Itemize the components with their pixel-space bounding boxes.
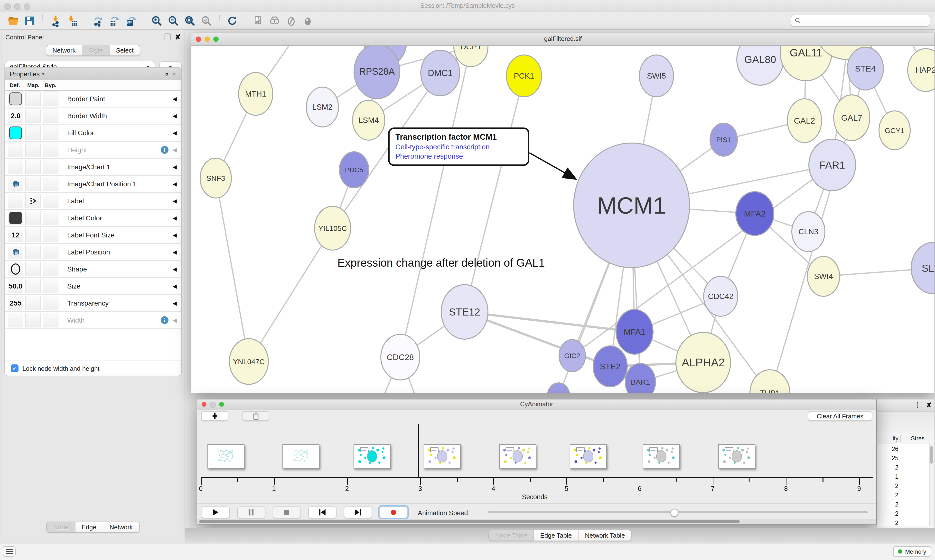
import-network-icon[interactable] (48, 13, 63, 28)
network-node-hap2[interactable]: HAP2 (908, 49, 935, 91)
open-session-icon[interactable] (6, 13, 20, 28)
expand-all-icon[interactable]: » (164, 72, 171, 75)
annotation-link[interactable]: Cell-type-specific transcription (395, 143, 522, 151)
zoom-fit-icon[interactable] (183, 13, 197, 28)
expand-row-icon[interactable]: ◀ (173, 317, 177, 323)
pause-button[interactable] (237, 506, 265, 518)
network-node-ste12[interactable]: STE12 (441, 285, 488, 339)
bypass-cell[interactable] (43, 228, 59, 242)
animation-speed-slider[interactable] (488, 511, 868, 513)
property-row-label-color[interactable]: Label Color◀ (5, 210, 181, 227)
skip-end-button[interactable] (344, 506, 372, 518)
mapping-cell[interactable] (25, 177, 41, 191)
expand-row-icon[interactable]: ◀ (173, 232, 177, 238)
zoom-selected-icon[interactable] (199, 13, 214, 28)
animation-frame-thumbnail-1[interactable] (282, 444, 319, 469)
expand-row-icon[interactable]: ◀ (173, 147, 177, 153)
network-node-purpbottom[interactable] (547, 383, 570, 393)
expand-row-icon[interactable]: ◀ (173, 181, 177, 187)
add-frame-button[interactable] (201, 411, 228, 421)
animation-frame-thumbnail-3[interactable] (424, 444, 461, 469)
animation-frame-thumbnail-0[interactable] (207, 444, 244, 469)
network-node-cdc28[interactable]: CDC28 (381, 334, 420, 380)
table-row[interactable]: 1 (877, 472, 935, 481)
expand-row-icon[interactable]: ◀ (173, 164, 177, 170)
info-icon[interactable]: i (160, 146, 168, 154)
column-header[interactable]: Stres (900, 435, 935, 442)
default-value-cell[interactable] (8, 126, 23, 140)
play-button[interactable] (202, 506, 230, 518)
search-input[interactable] (804, 17, 926, 25)
lock-size-row[interactable]: ✓ Lock node width and height (5, 360, 181, 375)
bypass-cell[interactable] (43, 177, 59, 191)
default-value-cell[interactable] (8, 143, 23, 157)
hide-details-icon[interactable] (284, 13, 299, 28)
mapping-cell[interactable] (25, 194, 41, 208)
bypass-cell[interactable] (43, 313, 59, 328)
tab-network[interactable]: Network (103, 522, 139, 532)
expand-row-icon[interactable]: ◀ (173, 198, 177, 204)
default-value-cell[interactable] (8, 211, 23, 225)
bypass-cell[interactable] (43, 143, 59, 157)
clear-all-frames-button[interactable]: Clear All Frames (808, 411, 872, 421)
tab-edge[interactable]: Edge (75, 522, 103, 532)
table-row[interactable]: 2 (877, 509, 935, 518)
network-node-gal7[interactable]: GAL7 (834, 95, 870, 141)
network-node-swi5[interactable]: SWI5 (639, 55, 673, 97)
close-panel-icon[interactable]: ✘ (926, 403, 932, 408)
default-value-cell[interactable] (8, 194, 23, 208)
network-node-tup1[interactable]: TUP1 (750, 370, 790, 393)
network-node-bar1[interactable]: BAR1 (625, 363, 656, 393)
network-node-swi4[interactable]: SWI4 (807, 256, 839, 296)
default-value-cell[interactable] (8, 262, 23, 276)
property-row-height[interactable]: Heighti◀ (5, 142, 181, 158)
animation-frame-thumbnail-2[interactable] (353, 444, 390, 469)
lock-size-checkbox[interactable]: ✓ (11, 365, 19, 372)
export-network-icon[interactable] (91, 13, 105, 28)
table-row[interactable]: 26 (877, 444, 935, 454)
mcm1-annotation-box[interactable]: Transcription factor MCM1 Cell-type-spec… (388, 128, 529, 166)
network-node-alpha2[interactable]: ALPHA2 (676, 332, 730, 392)
float-panel-icon[interactable] (917, 402, 922, 408)
default-value-cell[interactable] (8, 313, 23, 328)
expand-row-icon[interactable]: ◀ (173, 215, 177, 221)
expand-row-icon[interactable]: ◀ (173, 249, 177, 255)
tab-edge-table[interactable]: Edge Table (534, 530, 578, 540)
column-header[interactable]: ity (877, 435, 898, 442)
mapping-cell[interactable] (25, 91, 41, 106)
bypass-cell[interactable] (43, 91, 59, 106)
skip-start-button[interactable] (308, 506, 336, 518)
property-row-border-width[interactable]: 2.0Border Width◀ (5, 108, 181, 125)
network-node-slt2[interactable]: SLT2 (911, 242, 935, 294)
properties-menu-icon[interactable]: ▾ (42, 72, 44, 76)
property-row-fill-color[interactable]: Fill Color◀ (5, 125, 181, 142)
table-row[interactable]: 25 (877, 454, 935, 463)
bypass-cell[interactable] (43, 245, 59, 259)
search-box[interactable] (791, 15, 930, 27)
network-node-mcm1[interactable]: MCM1 (574, 143, 690, 268)
bypass-cell[interactable] (43, 126, 59, 140)
mapping-cell[interactable] (25, 245, 41, 259)
network-canvas[interactable]: DCP1RPS28ADMC1PCK1MTH1LSM2LSM4SWI5GAL80G… (191, 46, 935, 393)
save-session-icon[interactable] (22, 13, 37, 28)
animation-frame-thumbnail-7[interactable] (718, 444, 755, 469)
table-row[interactable]: 2 (877, 481, 935, 491)
vertical-scrollbar[interactable] (929, 444, 934, 526)
export-table-icon[interactable] (107, 13, 122, 28)
expand-row-icon[interactable]: ◀ (173, 95, 177, 102)
default-value-cell[interactable] (8, 160, 23, 174)
animation-frame-thumbnail-6[interactable] (643, 444, 680, 469)
expand-row-icon[interactable]: ◀ (173, 112, 177, 119)
network-node-far1[interactable]: FAR1 (809, 139, 856, 191)
network-node-snf3[interactable]: SNF3 (200, 158, 231, 198)
bypass-cell[interactable] (43, 279, 59, 293)
network-node-lsm4[interactable]: LSM4 (353, 100, 385, 140)
timeline-playhead[interactable] (418, 424, 418, 478)
bypass-cell[interactable] (43, 160, 59, 174)
mapping-cell[interactable] (25, 109, 41, 123)
mapping-cell[interactable] (25, 262, 41, 276)
network-node-pdc5[interactable]: PDC5 (339, 152, 369, 188)
network-node-lsm2[interactable]: LSM2 (306, 87, 338, 127)
network-node-mfa1[interactable]: MFA1 (616, 309, 653, 354)
mapping-cell[interactable] (25, 160, 41, 174)
